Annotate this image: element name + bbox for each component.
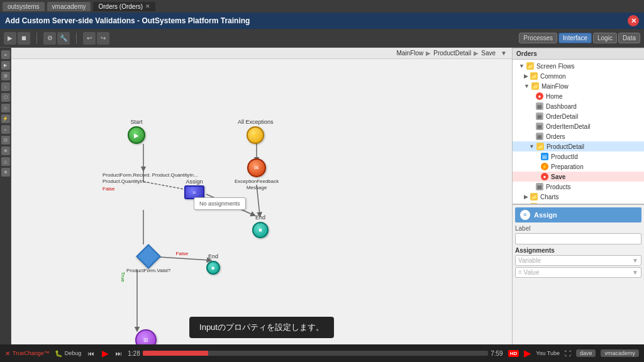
tree-item-preparation[interactable]: ⚡ Preparation	[513, 162, 644, 172]
tree-item-dashboard[interactable]: ▤ Dashboard	[513, 101, 644, 111]
breadcrumb-expand-icon[interactable]: ▼	[501, 50, 507, 57]
toolbar-section-undo: ↩ ↪	[83, 32, 109, 45]
video-prev-icon[interactable]: ⏮	[86, 348, 96, 358]
assign-inner: =	[192, 189, 196, 195]
tab-orders-label: Orders (Orders)	[98, 3, 143, 10]
settings-icon[interactable]: 🔧	[57, 32, 70, 45]
tree-item-common[interactable]: ▶ 📁 Common	[513, 71, 644, 81]
exception-feedback-label: ExceptionFeedback Message	[235, 178, 279, 190]
tree-item-products[interactable]: ▤ Products	[513, 182, 644, 192]
tree-item-productdetail[interactable]: ▼ 📁 ProductDetail	[513, 141, 644, 151]
productform-valid-node[interactable]: ProductForm.Valid? False True	[126, 248, 170, 273]
close-icon[interactable]: ✕	[628, 15, 639, 26]
redo-icon[interactable]: ↪	[97, 32, 109, 45]
value-dropdown[interactable]: = Value ▼	[515, 267, 641, 278]
video-play-icon[interactable]: ▶	[100, 348, 110, 358]
play-icon[interactable]: ▶	[4, 32, 16, 45]
sidebar-icon-2[interactable]: ▶	[1, 61, 10, 70]
tab-outsystems[interactable]: outsystems	[3, 2, 45, 11]
properties-panel: = Assign Label Assignments Variable ▼	[513, 204, 644, 282]
tree-item-charts[interactable]: ▶ 📁 Charts	[513, 192, 644, 202]
undo-icon[interactable]: ↩	[83, 32, 96, 45]
sidebar-icon-6[interactable]: ◇	[1, 104, 10, 112]
label-input[interactable]	[515, 233, 641, 244]
end2-node[interactable]: End ■	[206, 253, 220, 275]
variable-placeholder: Variable	[518, 257, 541, 264]
vmacademy-badge: vmacademy	[601, 349, 639, 357]
end1-node[interactable]: End ■	[252, 214, 269, 238]
sidebar-icon-10[interactable]: ⊕	[1, 146, 10, 155]
breadcrumb-productdetail[interactable]: ProductDetail	[433, 50, 471, 57]
data-tab[interactable]: Data	[618, 33, 640, 43]
tree-item-orderitemdetail[interactable]: ▤ OrderItemDetail	[513, 121, 644, 131]
breadcrumb-sep-1: ▶	[426, 50, 431, 57]
start-node[interactable]: Start ▶	[128, 119, 145, 144]
variable-dropdown-arrow[interactable]: ▼	[632, 257, 638, 264]
tab-close-icon[interactable]: ✕	[145, 3, 150, 9]
breadcrumb-mainflow[interactable]: MainFlow	[396, 50, 423, 57]
canvas[interactable]: Start ▶ ProductForm.Record. Product.Quan…	[11, 59, 512, 344]
value-placeholder: = Value	[518, 269, 539, 276]
tree-panel[interactable]: ▼ 📁 Screen Flows ▶ 📁 Common ▼ 📁 MainFlow	[513, 60, 644, 204]
exception-inner: ✉	[254, 165, 259, 171]
sidebar-icon-11[interactable]: △	[1, 157, 10, 166]
tree-item-save[interactable]: ● Save	[513, 172, 644, 182]
expand-mainflow[interactable]: ▼	[524, 83, 530, 89]
sidebar-icon-4[interactable]: ○	[1, 82, 10, 91]
gear-icon[interactable]: ⚙	[43, 32, 56, 45]
toolbar-section-settings: ⚙ 🔧	[43, 32, 70, 45]
tab-vmacademy[interactable]: vmacademy	[47, 2, 91, 11]
assign-node[interactable]: Assign =	[184, 178, 204, 199]
end1-circle: ■	[252, 222, 269, 238]
tab-orders[interactable]: Orders (Orders) ✕	[93, 2, 155, 11]
video-next-icon[interactable]: ⏭	[114, 348, 124, 358]
sidebar-icon-8[interactable]: ≈	[1, 125, 10, 134]
exception-feedback-node[interactable]: ✉ ExceptionFeedback Message	[235, 158, 279, 190]
variable-dropdown[interactable]: Variable ▼	[515, 255, 641, 266]
exception-feedback-circle: ✉	[247, 158, 266, 177]
progress-bar[interactable]	[143, 351, 489, 356]
progress-container[interactable]: 1:28 7:59	[128, 350, 502, 357]
tree-item-screen-flows[interactable]: ▼ 📁 Screen Flows	[513, 61, 644, 71]
interface-tab[interactable]: Interface	[558, 33, 592, 43]
fullscreen-icon[interactable]: ⛶	[565, 350, 571, 357]
ide-window: Add Custom Server-side Validations - Out…	[0, 13, 644, 362]
breadcrumb-save[interactable]: Save	[481, 50, 496, 57]
hd-badge: HD	[508, 350, 519, 357]
tree-item-mainflow[interactable]: ▼ 📁 MainFlow	[513, 81, 644, 91]
subtitle-text: Inputのプロパティを設定します。	[199, 322, 324, 332]
sidebar-icon-5[interactable]: ⬡	[1, 93, 10, 102]
createorupdate-node[interactable]: ⊞ CreateOrUpdate Product	[128, 329, 165, 344]
fullscreen-controls[interactable]: ⛶	[565, 350, 571, 357]
youtube-label: You Tube	[536, 350, 560, 356]
sidebar-icon-12[interactable]: ⊗	[1, 168, 10, 177]
value-dropdown-arrow[interactable]: ▼	[632, 269, 638, 276]
expand-common[interactable]: ▶	[524, 73, 528, 79]
sidebar-icon-7[interactable]: ⚡	[1, 114, 10, 123]
sidebar-icon-3[interactable]: ⊞	[1, 72, 10, 80]
close-button[interactable]: ✕	[628, 15, 639, 26]
expand-charts[interactable]: ▶	[524, 194, 528, 200]
createorupdate-circle: ⊞	[135, 329, 157, 344]
assign-node-label: Assign	[186, 178, 203, 185]
tree-item-orderdetail[interactable]: ▤ OrderDetail	[513, 111, 644, 121]
expand-screen-flows[interactable]: ▼	[519, 63, 525, 69]
sidebar-icon-1[interactable]: ≡	[1, 50, 10, 59]
tree-item-productid[interactable]: ▤ ProductId	[513, 151, 644, 162]
expand-productdetail[interactable]: ▼	[529, 143, 535, 150]
stop-icon[interactable]: ⏹	[18, 32, 30, 45]
all-exceptions-node[interactable]: All Exceptions ⚡	[238, 119, 274, 144]
tree-item-orders[interactable]: ▤ Orders	[513, 131, 644, 141]
all-exceptions-label: All Exceptions	[238, 119, 274, 125]
sidebar-icon-9[interactable]: ⊟	[1, 136, 10, 145]
logic-tab[interactable]: Logic	[593, 33, 617, 43]
properties-title: Assign	[534, 211, 557, 219]
tree-label-products: Products	[546, 184, 570, 190]
productform-valid-diamond	[136, 244, 161, 269]
start-inner: ▶	[134, 132, 139, 139]
canvas-container: MainFlow ▶ ProductDetail ▶ Save ▼	[11, 48, 512, 344]
processes-tab[interactable]: Processes	[519, 33, 557, 43]
main-area: ≡ ▶ ⊞ ○ ⬡ ◇ ⚡ ≈ ⊟ ⊕ △ ⊗ MainFlow ▶ Produ…	[0, 48, 644, 344]
tree-item-home[interactable]: ● Home	[513, 91, 644, 101]
tab-outsystems-label: outsystems	[8, 3, 40, 10]
